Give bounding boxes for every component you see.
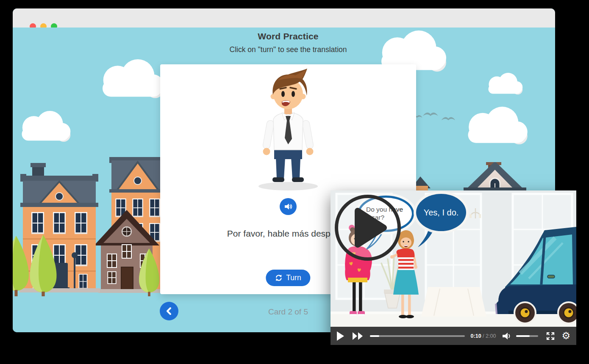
play-button[interactable] [336, 331, 344, 341]
birds-icon [414, 106, 470, 131]
seek-bar-fill [370, 335, 379, 337]
volume-slider-fill [516, 335, 529, 337]
time-total: / 2:00 [483, 333, 496, 339]
speech-bubble-text: Yes, I do. [424, 208, 459, 218]
turn-card-button[interactable]: Turn [266, 270, 310, 286]
speech-bubble-tail [418, 229, 434, 249]
cloud-illustration [461, 107, 531, 145]
page-subtitle: Click on "turn" to see the translation [229, 45, 347, 54]
fullscreen-button[interactable] [546, 331, 555, 341]
fast-forward-icon [353, 332, 363, 340]
volume-slider[interactable] [516, 335, 538, 337]
cloud-illustration [95, 59, 167, 99]
page-title: Word Practice [229, 31, 347, 41]
turn-button-label: Turn [286, 273, 301, 282]
play-audio-button[interactable] [280, 198, 297, 215]
city-illustration [13, 154, 182, 296]
table-illustration [421, 287, 486, 317]
video-player-overlay[interactable]: Do you have a car? Yes, I do. [331, 190, 576, 345]
mute-button[interactable] [502, 332, 513, 340]
play-icon [336, 331, 344, 341]
settings-button gear-icon[interactable]: ⚙ [561, 331, 570, 341]
speech-bubble-answer: Yes, I do. [416, 194, 466, 231]
desktop-background: Word Practice Click on "turn" to see the… [0, 0, 589, 364]
page-header: Word Practice Click on "turn" to see the… [229, 31, 347, 54]
time-display: 0:10 / 2:00 [471, 333, 496, 339]
cloud-illustration [16, 111, 73, 142]
speaker-volume-icon [502, 332, 513, 340]
cloud-illustration [484, 73, 525, 95]
card-counter: Card 2 of 5 [268, 307, 308, 317]
chevron-left-icon [165, 307, 173, 315]
man-character-illustration [248, 69, 328, 191]
house-illustration [411, 162, 555, 190]
fast-forward-button[interactable] [353, 332, 363, 340]
speaker-audio-icon [284, 202, 292, 211]
video-controls-bar: 0:10 / 2:00 ⚙ [331, 327, 576, 345]
video-scene: Do you have a car? Yes, I do. [331, 190, 576, 327]
big-play-button[interactable] [331, 190, 405, 265]
previous-card-button[interactable] [160, 302, 178, 320]
window-titlebar [13, 8, 555, 28]
refresh-icon [275, 274, 282, 281]
seek-bar[interactable] [370, 335, 465, 337]
time-current: 0:10 [471, 333, 481, 339]
fullscreen-icon [546, 331, 555, 341]
